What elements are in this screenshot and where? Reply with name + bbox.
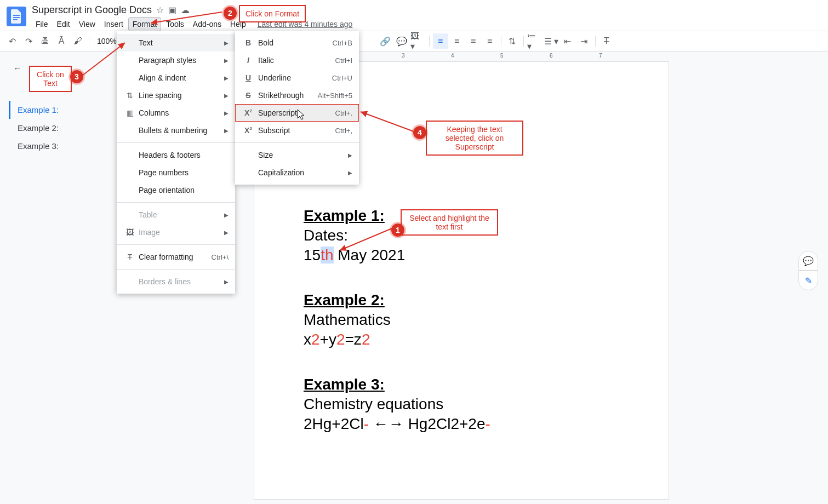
align-left-button[interactable]: ≡ [433, 33, 448, 49]
format-paragraph-styles-item[interactable]: Paragraph styles▶ [117, 51, 235, 69]
callout-2: Click on Format [239, 5, 306, 22]
menu-addons[interactable]: Add-ons [189, 18, 225, 31]
format-bullets-item[interactable]: Bullets & numbering▶ [117, 122, 235, 139]
outline-item-example2[interactable]: Example 2: [13, 119, 109, 137]
menu-insert[interactable]: Insert [100, 18, 127, 31]
text-superscript-item[interactable]: X2SuperscriptCtrl+. [235, 104, 359, 122]
text-italic-item[interactable]: IItalicCtrl+I [235, 51, 359, 69]
text-submenu: BBoldCtrl+B IItalicCtrl+I UUnderlineCtrl… [235, 31, 359, 185]
callout-badge-3: 3 [70, 70, 83, 83]
callout-4: Keeping the text selected, click on Supe… [426, 121, 523, 156]
redo-button[interactable]: ↷ [21, 33, 36, 49]
align-center-button[interactable]: ≡ [449, 33, 465, 49]
svg-rect-1 [13, 17, 20, 18]
paint-format-button[interactable]: 🖌 [70, 33, 85, 49]
format-clear-formatting-item[interactable]: TClear formattingCtrl+\ [117, 248, 235, 266]
print-button[interactable]: 🖶 [37, 33, 53, 49]
insert-image-button[interactable]: 🖼 ▾ [410, 33, 426, 49]
menu-view[interactable]: View [75, 18, 99, 31]
format-line-spacing-item[interactable]: ⇅Line spacing▶ [117, 87, 235, 104]
example3-heading: Example 3: [304, 376, 490, 393]
svg-rect-2 [13, 19, 18, 20]
example2-line: x2+y2=z2 [304, 331, 490, 348]
text-underline-item[interactable]: UUnderlineCtrl+U [235, 69, 359, 87]
format-table-item: Table▶ [117, 206, 235, 224]
spellcheck-button[interactable]: Ă [54, 33, 69, 49]
format-page-orientation-item[interactable]: Page orientation [117, 181, 235, 199]
insert-link-button[interactable]: 🔗 [378, 33, 393, 49]
example3-line: 2Hg+2Cl- ←→ Hg2Cl2+2e- [304, 415, 490, 433]
align-justify-button[interactable]: ≡ [482, 33, 498, 49]
callout-badge-1: 1 [391, 224, 404, 237]
example3-sub: Chemistry equations [304, 396, 490, 413]
format-dropdown: Text▶ Paragraph styles▶ Align & indent▶ … [117, 31, 235, 294]
decrease-indent-button[interactable]: ⇤ [560, 33, 575, 49]
undo-button[interactable]: ↶ [4, 33, 20, 49]
outline-item-example1[interactable]: Example 1: [9, 101, 109, 119]
callout-badge-2: 2 [224, 7, 237, 20]
text-size-item[interactable]: Size▶ [235, 146, 359, 164]
text-bold-item[interactable]: BBoldCtrl+B [235, 34, 359, 51]
format-columns-item[interactable]: ▥Columns▶ [117, 104, 235, 122]
numbered-list-button[interactable]: ≔ ▾ [527, 33, 543, 49]
add-comment-floating-button[interactable]: 💬 [798, 251, 818, 271]
example2-sub: Mathematics [304, 311, 490, 329]
callout-badge-4: 4 [413, 126, 426, 139]
format-headers-footers-item[interactable]: Headers & footers [117, 146, 235, 164]
menu-edit[interactable]: Edit [53, 18, 74, 31]
text-strikethrough-item[interactable]: SStrikethroughAlt+Shift+5 [235, 87, 359, 104]
add-comment-button[interactable]: 💬 [394, 33, 409, 49]
clear-formatting-button[interactable]: T [599, 33, 614, 49]
align-right-button[interactable]: ≡ [466, 33, 481, 49]
cloud-status-icon[interactable]: ☁ [181, 5, 190, 15]
move-icon[interactable]: ▣ [168, 5, 176, 15]
callout-1: Select and highlight the text first [401, 209, 498, 236]
star-icon[interactable]: ☆ [156, 5, 164, 15]
line-spacing-button[interactable]: ⇅ [505, 33, 520, 49]
increase-indent-button[interactable]: ⇥ [576, 33, 592, 49]
callout-3: Click on Text [29, 66, 72, 92]
bulleted-list-button[interactable]: ☰ ▾ [544, 33, 559, 49]
suggest-edits-floating-button[interactable]: ✎ [798, 271, 818, 290]
example2-heading: Example 2: [304, 291, 490, 309]
docs-logo[interactable] [7, 7, 26, 26]
format-borders-lines-item: Borders & lines▶ [117, 273, 235, 290]
text-subscript-item[interactable]: X2SubscriptCtrl+, [235, 122, 359, 139]
menu-format[interactable]: Format [128, 17, 161, 31]
example1-line: 15th May 2021 [304, 247, 490, 264]
format-align-indent-item[interactable]: Align & indent▶ [117, 69, 235, 87]
format-image-item: 🖼Image▶ [117, 224, 235, 241]
svg-rect-0 [13, 15, 20, 16]
document-title[interactable]: Superscript in Google Docs [32, 4, 152, 16]
menu-file[interactable]: File [32, 18, 52, 31]
menu-tools[interactable]: Tools [162, 18, 188, 31]
text-capitalization-item[interactable]: Capitalization▶ [235, 164, 359, 181]
outline-item-example3[interactable]: Example 3: [13, 137, 109, 155]
format-text-item[interactable]: Text▶ [117, 34, 235, 51]
format-page-numbers-item[interactable]: Page numbers [117, 164, 235, 181]
